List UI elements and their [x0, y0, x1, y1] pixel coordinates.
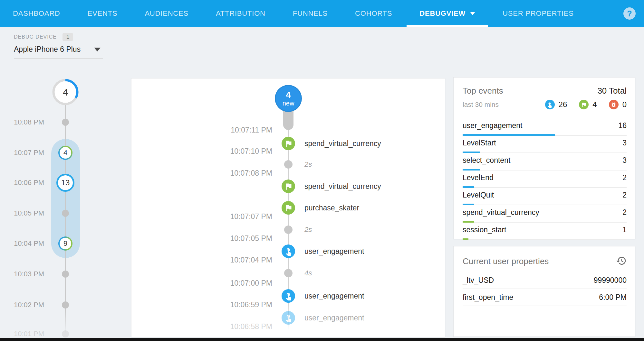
event-stream-panel: 4 new 10:07:11 PM spend_virtual_currency… — [131, 78, 445, 337]
minute-label: 10:07 PM — [14, 149, 49, 157]
gap-duration: 4s — [304, 269, 312, 278]
help-icon[interactable]: ? — [623, 7, 636, 20]
top-nav: DASHBOARD EVENTS AUDIENCES ATTRIBUTION F… — [0, 0, 644, 27]
minute-dot[interactable] — [62, 119, 69, 126]
event-timestamp: 10:06:58 PM — [208, 322, 272, 331]
minute-node-count: 9 — [60, 238, 71, 249]
touch-app-icon[interactable] — [282, 244, 295, 258]
history-icon[interactable] — [616, 255, 627, 267]
device-select[interactable]: Apple iPhone 6 Plus — [14, 45, 103, 54]
top-event-name: session_start — [463, 226, 506, 234]
user-properties-title: Current user properties — [463, 256, 549, 266]
touch-app-icon[interactable] — [282, 311, 295, 325]
tab-debugview[interactable]: DEBUGVIEW — [407, 0, 488, 27]
tab-user-properties[interactable]: USER PROPERTIES — [503, 0, 574, 27]
debug-device-label: DEBUG DEVICE — [14, 34, 57, 40]
top-event-name: user_engagement — [463, 121, 522, 130]
caret-down-icon — [470, 12, 475, 15]
top-event-name: spend_virtual_currency — [463, 208, 539, 217]
minute-node-count: 13 — [61, 178, 70, 187]
top-events-list: user_engagement 16 LevelStart 3 select_c… — [463, 118, 627, 240]
gap-duration: 2s — [304, 160, 312, 169]
new-events-bubble[interactable]: 4 new — [275, 85, 302, 112]
tab-debugview-label: DEBUGVIEW — [419, 9, 466, 18]
device-select-underline — [14, 58, 103, 59]
minute-label: 10:08 PM — [14, 118, 49, 126]
tab-attribution[interactable]: ATTRIBUTION — [216, 0, 265, 27]
new-events-connector — [283, 110, 293, 130]
touch-counter: 26 — [545, 100, 567, 109]
user-property-name: first_open_time — [463, 293, 513, 302]
gap-dot — [284, 226, 293, 234]
top-event-count: 2 — [622, 191, 627, 199]
flag-icon[interactable] — [282, 137, 295, 150]
top-event-name: LevelStart — [463, 139, 496, 147]
top-events-range: last 30 mins — [463, 101, 499, 108]
gap-duration: 2s — [304, 225, 312, 234]
event-name[interactable]: user_engagement — [304, 313, 364, 322]
minute-label: 10:02 PM — [14, 301, 49, 309]
tab-events[interactable]: EVENTS — [88, 0, 118, 27]
flag-icon — [579, 100, 589, 109]
user-property-row[interactable]: _ltv_USD 99990000 — [463, 272, 627, 289]
bug-counter: 0 — [609, 100, 627, 109]
user-property-value: 6:00 PM — [599, 293, 627, 302]
tab-cohorts[interactable]: COHORTS — [355, 0, 392, 27]
minute-label: 10:01 PM — [14, 330, 49, 338]
event-name[interactable]: user_engagement — [304, 247, 364, 256]
top-event-row[interactable]: LevelQuit 2 — [463, 188, 627, 205]
top-event-row[interactable]: spend_virtual_currency 2 — [463, 205, 627, 223]
minute-dot[interactable] — [62, 210, 69, 217]
top-event-bar — [463, 238, 468, 240]
tab-funnels[interactable]: FUNNELS — [293, 0, 328, 27]
top-event-count: 2 — [622, 173, 627, 182]
top-event-count: 3 — [622, 139, 627, 147]
device-select-value: Apple iPhone 6 Plus — [14, 45, 81, 53]
minute-dot[interactable] — [62, 271, 69, 278]
user-properties-panel: Current user properties _ltv_USD 9999000… — [453, 246, 635, 337]
tab-dashboard[interactable]: DASHBOARD — [13, 0, 60, 27]
event-timestamp: 10:07:10 PM — [208, 147, 272, 156]
touch-app-icon[interactable] — [282, 289, 295, 303]
top-event-count: 16 — [618, 121, 627, 130]
flag-counter-value: 4 — [592, 100, 597, 109]
top-event-row[interactable]: LevelEnd 2 — [463, 170, 627, 188]
device-count-badge: 1 — [62, 33, 73, 41]
minute-dot[interactable] — [62, 330, 69, 337]
top-events-panel: Top events 30 Total last 30 mins 26 4 — [453, 77, 635, 239]
event-name[interactable]: purchase_skater — [304, 203, 359, 212]
minute-node-selected[interactable]: 13 — [56, 174, 74, 192]
tab-audiences[interactable]: AUDIENCES — [145, 0, 188, 27]
gap-dot — [284, 160, 293, 169]
top-event-row[interactable]: LevelStart 3 — [463, 136, 627, 153]
event-timestamp: 10:07:07 PM — [208, 212, 272, 221]
flag-icon[interactable] — [282, 201, 295, 215]
top-event-row[interactable]: user_engagement 16 — [463, 118, 627, 136]
event-name[interactable]: user_engagement — [304, 291, 364, 300]
event-timestamp: 10:07:11 PM — [208, 125, 272, 134]
debug-device-header: DEBUG DEVICE 1 — [14, 33, 73, 41]
event-timestamp: 10:06:59 PM — [208, 300, 272, 309]
event-name[interactable]: spend_virtual_currency — [304, 139, 381, 148]
minute-summary-bubble[interactable]: 4 — [52, 78, 79, 106]
minute-label: 10:03 PM — [14, 270, 49, 278]
minute-node[interactable]: 4 — [58, 146, 72, 160]
top-event-count: 3 — [622, 156, 627, 165]
top-event-row[interactable]: session_start 1 — [463, 223, 627, 240]
event-timestamp: 10:07:08 PM — [208, 169, 272, 178]
minute-label: 10:04 PM — [14, 239, 49, 248]
bug-counter-value: 0 — [622, 100, 627, 109]
flag-icon[interactable] — [282, 180, 295, 193]
top-event-row[interactable]: select_content 3 — [463, 153, 627, 170]
flag-counter: 4 — [579, 100, 597, 109]
minute-dot[interactable] — [62, 301, 69, 309]
user-property-row[interactable]: first_open_time 6:00 PM — [463, 289, 627, 306]
user-property-name: _ltv_USD — [463, 276, 494, 285]
event-timestamp: 10:07:05 PM — [208, 234, 272, 243]
minute-node[interactable]: 9 — [58, 236, 72, 251]
event-timestamp: 10:07:00 PM — [208, 279, 272, 288]
event-name[interactable]: spend_virtual_currency — [304, 182, 381, 191]
top-events-total: 30 Total — [597, 86, 627, 96]
window-bottom-edge — [0, 338, 644, 341]
top-event-name: select_content — [463, 156, 510, 165]
